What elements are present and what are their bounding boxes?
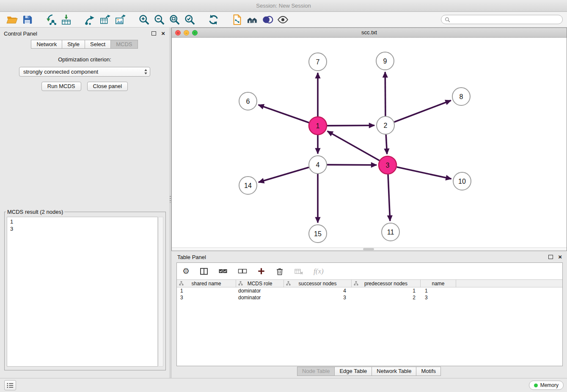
graph-node-11[interactable]: 11	[382, 223, 399, 241]
cell-predecessor-nodes[interactable]: 1	[352, 287, 421, 294]
column-header-name[interactable]: name	[421, 280, 456, 287]
table-settings-button[interactable]: ⚙	[182, 267, 190, 276]
delete-column-button[interactable]	[275, 267, 284, 276]
cell-successor-nodes[interactable]: 3	[284, 294, 352, 301]
cell-shared-name[interactable]: 3	[177, 294, 236, 301]
cell-name[interactable]: 1	[421, 287, 456, 294]
graph-node-15[interactable]: 15	[309, 225, 327, 243]
close-table-panel-icon[interactable]: ×	[558, 253, 562, 261]
close-panel-button[interactable]: Close panel	[87, 82, 128, 91]
memory-button[interactable]: Memory	[529, 381, 564, 390]
import-table-button[interactable]	[58, 13, 74, 26]
trash-icon	[275, 267, 284, 276]
tab-network-table[interactable]: Network Table	[372, 367, 416, 376]
graph-node-7[interactable]: 7	[309, 53, 327, 71]
export-network-button[interactable]	[82, 13, 97, 26]
refresh-view-button[interactable]	[206, 13, 221, 26]
run-mcds-button[interactable]: Run MCDS	[41, 82, 81, 91]
float-panel-icon[interactable]	[151, 31, 156, 36]
column-header-successor-nodes[interactable]: successor nodes	[284, 280, 352, 287]
graph-edge-4-3[interactable]	[327, 165, 377, 165]
window-close-icon[interactable]: ×	[175, 30, 181, 36]
zoom-in-button[interactable]	[136, 13, 151, 26]
export-table-button[interactable]	[97, 13, 113, 26]
delete-table-button[interactable]	[294, 267, 303, 276]
list-icon	[6, 382, 14, 389]
graph-edge-4-14[interactable]	[259, 167, 309, 182]
graph-edge-1-6[interactable]	[259, 105, 309, 123]
graph-edge-1-2[interactable]	[327, 125, 374, 126]
add-column-button[interactable]	[257, 267, 265, 275]
cell-shared-name[interactable]: 1	[177, 287, 236, 294]
network-horizontal-scrollbar[interactable]	[172, 247, 567, 251]
close-panel-icon[interactable]: ×	[161, 29, 165, 38]
deselect-all-button[interactable]	[238, 267, 247, 276]
import-network-button[interactable]	[43, 13, 58, 26]
table-row[interactable]: 1 dominator 4 1 1	[177, 287, 562, 294]
save-icon	[22, 14, 33, 25]
window-minimize-icon[interactable]: −	[184, 30, 189, 36]
window-titlebar: Session: New Session	[0, 0, 567, 12]
column-header-predecessor-nodes[interactable]: predecessor nodes	[352, 280, 421, 287]
tab-edge-table[interactable]: Edge Table	[334, 367, 372, 376]
column-header-mcds-role[interactable]: MCDS role	[236, 280, 284, 287]
graph-node-4[interactable]: 4	[309, 156, 327, 174]
cell-name[interactable]: 3	[421, 294, 456, 301]
mcds-result-list[interactable]: 1 3	[7, 217, 158, 367]
criterion-dropdown[interactable]: strongly connected component	[19, 67, 150, 77]
zoom-fit-button[interactable]	[167, 13, 182, 26]
open-session-button[interactable]	[4, 13, 19, 26]
column-header-shared-name[interactable]: shared name	[177, 280, 236, 287]
graph-edge-3-1[interactable]	[328, 131, 380, 160]
open-folder-icon	[6, 14, 18, 25]
table-row[interactable]: 3 dominator 3 2 3	[177, 294, 562, 301]
cell-mcds-role[interactable]: dominator	[236, 287, 284, 294]
graph-node-2[interactable]: 2	[377, 116, 394, 134]
tab-motifs[interactable]: Motifs	[416, 367, 441, 376]
tab-network[interactable]: Network	[31, 40, 62, 49]
hierarchy-icon	[238, 281, 243, 286]
zoom-out-button[interactable]	[151, 13, 167, 26]
zoom-selected-button[interactable]	[182, 13, 197, 26]
mcds-buttons: Run MCDS Close panel	[0, 82, 169, 91]
tab-mcds[interactable]: MCDS	[110, 40, 138, 49]
graph-edge-2-3[interactable]	[386, 135, 387, 154]
search-input[interactable]	[452, 17, 559, 22]
graph-node-1[interactable]: 1	[309, 117, 327, 135]
export-image-button[interactable]	[113, 13, 128, 26]
graph-edge-2-8[interactable]	[394, 100, 451, 122]
filter-button[interactable]	[260, 13, 275, 26]
task-history-button[interactable]	[4, 380, 16, 390]
graph-node-8[interactable]: 8	[452, 88, 470, 105]
graph-edge-3-10[interactable]	[397, 167, 451, 179]
window-zoom-icon[interactable]: +	[192, 30, 198, 36]
graph-node-6[interactable]: 6	[239, 92, 257, 110]
show-hide-button[interactable]	[275, 13, 290, 26]
graph-edge-3-11[interactable]	[388, 174, 390, 221]
result-scrollbar[interactable]	[158, 217, 163, 367]
cell-successor-nodes[interactable]: 4	[284, 287, 352, 294]
select-all-button[interactable]	[218, 267, 228, 276]
table-panel: Table Panel × ⚙	[171, 251, 567, 378]
graph-node-9[interactable]: 9	[376, 52, 394, 70]
graph-node-3[interactable]: 3	[379, 156, 396, 174]
tab-style[interactable]: Style	[62, 40, 85, 49]
hierarchy-icon	[354, 281, 358, 286]
graph-node-10[interactable]: 10	[453, 172, 471, 190]
svg-text:14: 14	[244, 182, 252, 189]
cell-predecessor-nodes[interactable]: 2	[352, 294, 421, 301]
graph-edge-2-9[interactable]	[385, 72, 385, 116]
cell-mcds-role[interactable]: dominator	[236, 294, 284, 301]
open-network-file-button[interactable]	[229, 13, 245, 26]
save-session-button[interactable]	[19, 13, 35, 26]
graph-node-14[interactable]: 14	[239, 177, 257, 194]
layout-button[interactable]	[245, 13, 260, 26]
function-builder-button[interactable]: f(x)	[314, 267, 324, 276]
float-table-panel-icon[interactable]	[548, 255, 553, 259]
plus-icon	[257, 267, 265, 275]
tab-select[interactable]: Select	[85, 40, 111, 49]
scrollbar-handle[interactable]	[363, 248, 374, 250]
network-canvas[interactable]: 7968124314101511	[172, 38, 567, 248]
tab-node-table[interactable]: Node Table	[297, 367, 335, 376]
show-columns-button[interactable]	[200, 267, 208, 276]
